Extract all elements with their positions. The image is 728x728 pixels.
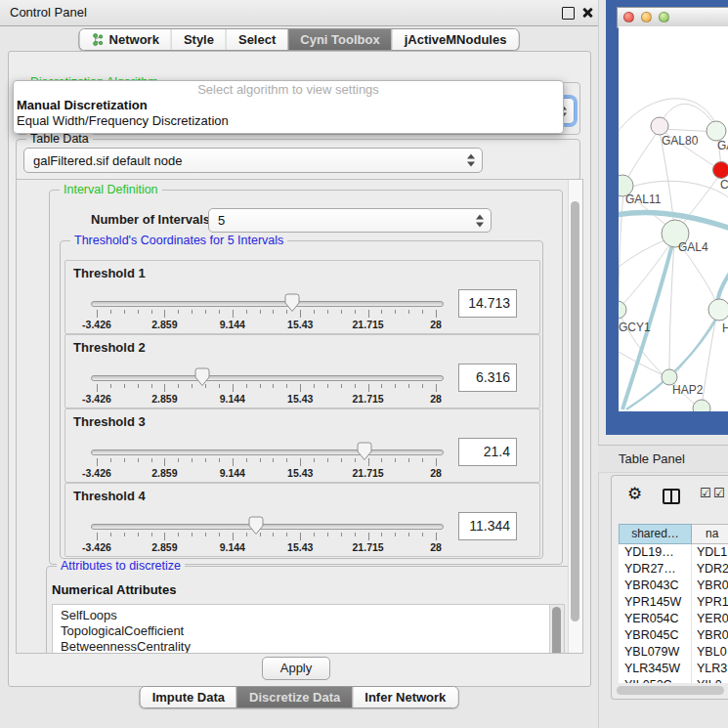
list-scrollbar[interactable]: [549, 605, 564, 654]
slider-scale-label: -3.426: [82, 467, 111, 479]
control-panel-window: Control Panel NetworkStyleSelectCyni Too…: [0, 0, 599, 728]
dropdown-option-manual-discretization[interactable]: Manual Discretization: [14, 98, 563, 113]
scrollbar-thumb[interactable]: [571, 201, 579, 621]
network-node-gcy1[interactable]: [619, 301, 626, 319]
table-row[interactable]: YLR345WYLR3: [619, 661, 728, 677]
slider-scale-label: 2.859: [151, 319, 177, 330]
slider-track[interactable]: [91, 375, 444, 381]
threshold-value-field[interactable]: 21.4: [458, 438, 517, 466]
cell-shared-name: YDR27…: [619, 561, 692, 578]
network-node-c[interactable]: [713, 162, 728, 179]
attribute-item-topologicalcoefficient[interactable]: TopologicalCoefficient: [53, 623, 564, 639]
slider-track[interactable]: [91, 450, 444, 455]
table-row[interactable]: YER054CYER0: [619, 611, 728, 627]
network-node[interactable]: [693, 400, 710, 411]
slider-scale-label: 9.144: [220, 319, 245, 330]
minimize-button[interactable]: [641, 12, 652, 22]
group-title: Table Data: [26, 132, 93, 146]
table-hscrollbar[interactable]: [617, 686, 727, 696]
tab-style[interactable]: Style: [171, 29, 226, 50]
network-node-gal80[interactable]: [651, 117, 668, 135]
window-title: Control Panel: [10, 5, 87, 20]
pane-scrollbar[interactable]: [568, 180, 582, 653]
tab-select[interactable]: Select: [226, 29, 287, 50]
slider-tick: [341, 310, 342, 314]
slider-scale-labels: -3.4262.8599.14415.4321.71528: [97, 467, 436, 479]
slider-tick: [422, 384, 423, 388]
slider-tick: [151, 310, 152, 314]
tab-jactivemnodules[interactable]: jActiveMNodules: [392, 29, 519, 50]
slider-tick: [110, 533, 111, 536]
slider-tick: [178, 458, 179, 462]
dropdown-option-equal-width-frequency[interactable]: Equal Width/Frequency Discretization: [14, 113, 563, 129]
table-data-combobox[interactable]: galFiltered.sif default node: [23, 148, 483, 173]
network-node-h[interactable]: [708, 299, 728, 321]
apply-button[interactable]: Apply: [262, 657, 330, 680]
slider-tick: [408, 458, 409, 462]
numerical-attributes-list: SelfLoopsTopologicalCoefficientBetweenne…: [53, 605, 564, 654]
number-of-intervals-combobox[interactable]: 5: [208, 208, 492, 233]
slider-thumb[interactable]: [357, 442, 372, 461]
tab-network[interactable]: Network: [80, 29, 171, 50]
slider-tick: [408, 310, 409, 314]
table-row[interactable]: YBL079WYBL0: [619, 644, 728, 661]
slider-tick: [273, 458, 274, 462]
table-row[interactable]: YBR045CYBR0: [619, 627, 728, 644]
node-label: H: [722, 321, 728, 335]
scrollbar-thumb[interactable]: [617, 686, 724, 695]
zoom-button[interactable]: [659, 12, 669, 22]
float-window-icon[interactable]: [562, 7, 575, 20]
threshold-value-field[interactable]: 11.344: [458, 512, 517, 540]
slider-tick: [436, 310, 437, 318]
column-header-name[interactable]: na: [692, 524, 728, 544]
tab-impute-data[interactable]: Impute Data: [141, 687, 236, 707]
slider-scale-label: 15.43: [287, 393, 313, 405]
threshold-value-field[interactable]: 6.316: [458, 364, 517, 392]
slider-tick: [233, 310, 234, 318]
attribute-item-betweennesscentrality[interactable]: BetweennessCentrality: [53, 639, 564, 654]
cell-name: YLR3: [692, 661, 728, 677]
checkbox-icon[interactable]: ☑: [713, 486, 725, 500]
table-row[interactable]: YDL19…YDL1: [619, 544, 728, 561]
column-header-shared-name[interactable]: shared…: [619, 524, 692, 544]
table-row[interactable]: YDR27…YDR2: [619, 561, 728, 578]
gear-icon[interactable]: ⚙: [627, 486, 642, 502]
slider-tick: [273, 384, 274, 388]
cell-name: YDL1: [692, 544, 728, 561]
slider-tick: [286, 458, 287, 462]
split-columns-icon[interactable]: [663, 489, 680, 504]
close-window-icon[interactable]: [581, 7, 592, 18]
network-node-ga[interactable]: [707, 121, 726, 141]
slider-thumb[interactable]: [194, 367, 210, 387]
slider-scale-label: 28: [430, 319, 442, 330]
slider-tick: [355, 458, 356, 462]
slider-thumb[interactable]: [248, 516, 264, 535]
tab-discretize-data[interactable]: Discretize Data: [236, 687, 352, 707]
slider-tick: [355, 533, 356, 536]
cell-shared-name: YBL079W: [619, 644, 692, 661]
network-canvas[interactable]: GAL80GACGAL11GAL4GCY1HHAP2: [619, 26, 728, 411]
slider-tick: [314, 533, 315, 536]
slider-tick: [110, 384, 111, 388]
tab-cyni-toolbox[interactable]: Cyni Toolbox: [287, 29, 391, 50]
slider-tick: [97, 310, 98, 318]
slider-tick: [260, 458, 261, 462]
slider-tick: [246, 310, 247, 314]
slider-track[interactable]: [91, 301, 444, 307]
numerical-attributes-listbox: SelfLoopsTopologicalCoefficientBetweenne…: [52, 604, 565, 654]
bottom-tab-bar: Impute DataDiscretize DataInfer Network: [140, 686, 459, 708]
slider-thumb[interactable]: [284, 293, 300, 313]
attribute-item-selfloops[interactable]: SelfLoops: [53, 608, 564, 623]
table-row[interactable]: YIL052CYIL0: [619, 677, 728, 683]
dropdown-prompt: Select algorithm to view settings: [14, 81, 563, 98]
thresholds-group: Threshold's Coordinates for 5 Intervals …: [60, 240, 543, 559]
scrollbar-thumb[interactable]: [552, 607, 561, 654]
checkbox-icon[interactable]: ☑: [700, 486, 711, 500]
threshold-value-field[interactable]: 14.713: [458, 289, 517, 318]
table-row[interactable]: YPR145WYPR1: [619, 594, 728, 611]
tab-infer-network[interactable]: Infer Network: [352, 687, 457, 707]
close-button[interactable]: [623, 12, 634, 22]
slider-track[interactable]: [91, 524, 444, 530]
slider-tick: [178, 384, 179, 388]
table-row[interactable]: YBR043CYBR0: [619, 578, 728, 594]
